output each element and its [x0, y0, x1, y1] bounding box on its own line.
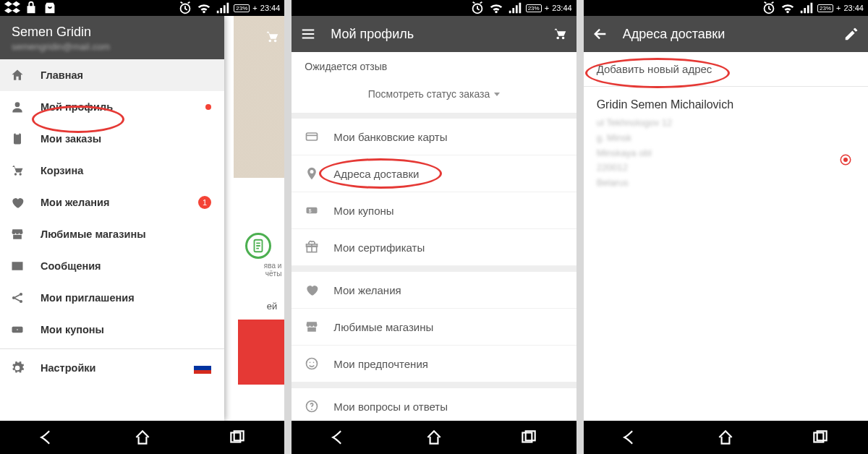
- radio-selected[interactable]: [839, 153, 852, 166]
- list-label: Мои желания: [333, 284, 401, 296]
- status-bar: 23% + 23:44: [0, 0, 284, 16]
- drawer-item-home[interactable]: Главная: [0, 59, 224, 91]
- add-address-label: Добавить новый адрес: [597, 63, 712, 75]
- back-icon[interactable]: [38, 428, 57, 447]
- list-item-certificates[interactable]: Мои сертификаты: [292, 229, 576, 266]
- chevron-down-icon: [494, 93, 500, 96]
- drawer-item-profile[interactable]: Мой профиль: [0, 91, 224, 123]
- clipboard-icon: [250, 238, 266, 254]
- smile-icon: [305, 356, 319, 371]
- back-icon[interactable]: [621, 428, 640, 447]
- nav-drawer: Semen Gridin semengridin@mail.com Главна…: [0, 16, 224, 421]
- screen-content-3: Адреса доставки Добавить новый адрес Gri…: [584, 16, 868, 421]
- drawer-item-settings[interactable]: Настройки: [0, 352, 224, 384]
- phone-1: 23% + 23:44 ява и чёты ей Semen Gridin: [0, 0, 284, 454]
- wishlist-badge: 1: [198, 196, 211, 209]
- list-item-wishlist[interactable]: Мои желания: [292, 272, 576, 309]
- android-nav-bar: [584, 421, 868, 454]
- screen-content-2: Мой профиль Ожидается отзыв Посмотреть с…: [292, 16, 576, 421]
- svg-point-19: [310, 362, 311, 364]
- svg-point-20: [313, 362, 315, 364]
- profile-group-3: Мои вопросы и ответы: [292, 382, 576, 421]
- list-label: Мои купоны: [333, 205, 393, 217]
- list-label: Мои сертификаты: [333, 241, 425, 254]
- hamburger-icon[interactable]: [300, 26, 316, 42]
- cart-icon[interactable]: [264, 29, 280, 45]
- help-icon: [305, 399, 319, 414]
- header-title: Адреса доставки: [623, 27, 726, 42]
- back-arrow-icon[interactable]: [592, 26, 608, 42]
- bag-icon: [42, 0, 58, 16]
- battery-level: 23%: [817, 4, 833, 12]
- user-email: semengridin@mail.com: [12, 41, 213, 52]
- signal-icon: [799, 0, 814, 16]
- list-item-qa[interactable]: Мои вопросы и ответы: [292, 388, 576, 421]
- status-time: 23:44: [552, 4, 572, 12]
- battery-plus: +: [836, 4, 841, 12]
- list-item-favstores[interactable]: Любимые магазины: [292, 309, 576, 346]
- heart-icon: [10, 195, 25, 210]
- dropbox-icon: [4, 0, 20, 16]
- drawer-label: Корзина: [41, 165, 83, 176]
- list-item-addresses[interactable]: Адреса доставки: [292, 155, 576, 192]
- back-icon[interactable]: [330, 428, 349, 447]
- list-item-coupons[interactable]: $ Мои купоны: [292, 192, 576, 229]
- drawer-label: Любимые магазины: [41, 228, 146, 240]
- drawer-item-messages[interactable]: Сообщения: [0, 250, 224, 282]
- wifi-icon: [488, 0, 504, 16]
- drawer-label: Настройки: [41, 362, 96, 374]
- drawer-label: Главная: [41, 69, 83, 81]
- recent-icon[interactable]: [519, 428, 538, 447]
- recent-icon[interactable]: [228, 428, 247, 447]
- phone-3: 23% + 23:44 Адреса доставки Добавить нов…: [584, 0, 868, 454]
- pin-icon: [305, 166, 319, 181]
- drawer-item-cart[interactable]: Корзина: [0, 155, 224, 187]
- svg-point-22: [311, 408, 312, 410]
- card-icon: [305, 129, 319, 144]
- header-title: Мой профиль: [331, 27, 414, 42]
- drawer-item-stores[interactable]: Любимые магазины: [0, 218, 224, 250]
- signal-icon: [215, 0, 231, 16]
- svg-point-2: [15, 102, 20, 107]
- wifi-icon: [780, 0, 796, 16]
- status-time: 23:44: [843, 4, 864, 12]
- user-name: Semen Gridin: [12, 25, 213, 40]
- home-icon: [10, 68, 25, 82]
- divider: [0, 348, 224, 349]
- alarm-icon: [469, 0, 485, 16]
- drawer-item-coupons[interactable]: Мои купоны: [0, 314, 224, 346]
- order-status-text: Посмотреть статус заказа: [368, 88, 490, 100]
- order-status-link[interactable]: Посмотреть статус заказа: [292, 81, 576, 113]
- add-address-row[interactable]: Добавить новый адрес: [584, 52, 868, 87]
- drawer-item-orders[interactable]: Мои заказы: [0, 123, 224, 155]
- android-nav-bar: [0, 421, 284, 454]
- drawer-header[interactable]: Semen Gridin semengridin@mail.com: [0, 16, 224, 59]
- drawer-label: Мои приглашения: [41, 292, 135, 304]
- drawer-item-invites[interactable]: Мои приглашения: [0, 282, 224, 314]
- svg-point-18: [307, 359, 318, 369]
- svg-rect-14: [307, 207, 318, 213]
- bg-caption-1: ява и: [245, 262, 281, 270]
- home-nav-icon[interactable]: [716, 428, 735, 447]
- recent-icon[interactable]: [811, 428, 830, 447]
- drawer-label: Мои заказы: [41, 133, 101, 145]
- drawer-item-wishlist[interactable]: Мои желания 1: [0, 187, 224, 218]
- list-item-prefs[interactable]: Мои предпочтения: [292, 346, 576, 382]
- home-nav-icon[interactable]: [425, 428, 443, 447]
- person-icon: [10, 100, 25, 114]
- profile-group-1: Мои банковские карты Адреса доставки $ М…: [292, 113, 576, 266]
- gift-icon: [305, 240, 319, 254]
- bg-caption-3: ей: [267, 301, 278, 312]
- status-bar: 23% + 23:44: [292, 0, 576, 16]
- cart-icon[interactable]: [552, 26, 568, 42]
- address-recipient-name[interactable]: Gridin Semen Michailovich: [584, 87, 868, 116]
- signal-icon: [507, 0, 523, 16]
- edit-icon[interactable]: [843, 26, 859, 42]
- gear-icon: [10, 361, 25, 375]
- battery-plus: +: [545, 4, 549, 12]
- list-item-cards[interactable]: Мои банковские карты: [292, 119, 576, 155]
- svg-rect-13: [307, 133, 318, 140]
- profile-group-2: Мои желания Любимые магазины Мои предпоч…: [292, 266, 576, 382]
- home-nav-icon[interactable]: [133, 428, 152, 447]
- coupon-icon: $: [305, 203, 319, 218]
